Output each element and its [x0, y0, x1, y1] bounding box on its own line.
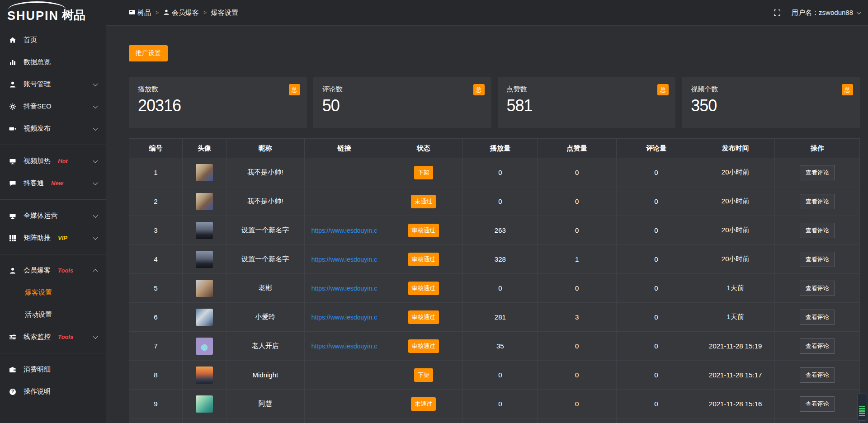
breadcrumb-label: 会员爆客	[172, 9, 199, 17]
sidebar-item-视频加热[interactable]: 视频加热Hot	[0, 150, 106, 172]
sidebar-menu: 首页数据总览账号管理抖音SEO视频发布视频加热Hot抖客通New全媒体运营矩阵助…	[0, 26, 106, 403]
column-header-发布时间: 发布时间	[696, 139, 775, 158]
home-icon	[9, 37, 17, 44]
sidebar-item-label: 消费明细	[24, 365, 51, 374]
sidebar-item-账号管理[interactable]: 账号管理	[0, 73, 106, 95]
floating-widget[interactable]	[857, 394, 867, 421]
menu-divider	[0, 145, 106, 145]
video-link[interactable]: https://www.iesdouyin.c	[311, 314, 377, 321]
view-comments-button[interactable]: 查看评论	[800, 194, 835, 209]
question-icon: ?	[9, 388, 17, 395]
sidebar-item-数据总览[interactable]: 数据总览	[0, 51, 106, 73]
view-comments-button[interactable]: 查看评论	[800, 165, 835, 180]
sidebar-item-全媒体运营[interactable]: 全媒体运营	[0, 205, 106, 227]
breadcrumb-item-树品[interactable]: 树品	[129, 9, 151, 17]
cell-nickname: 老彬	[226, 274, 304, 303]
widget-stripe	[859, 415, 865, 416]
cell-action	[775, 418, 860, 423]
sidebar-item-视频发布[interactable]: 视频发布	[0, 118, 106, 140]
view-comments-button[interactable]: 查看评论	[800, 338, 835, 354]
cell-avatar	[182, 303, 226, 332]
table-row: 6小爱玲https://www.iesdouyin.c审核通过281301天前查…	[129, 303, 860, 332]
cell-nickname: Midnight	[226, 361, 304, 390]
cell-likes: 0	[538, 361, 617, 390]
sidebar-item-tag: Hot	[58, 158, 68, 164]
sidebar-item-tag: Tools	[58, 267, 73, 274]
sidebar-item-tag: VIP	[58, 235, 67, 241]
column-header-昵称: 昵称	[226, 139, 304, 158]
cell-link	[304, 390, 384, 418]
view-comments-button[interactable]: 查看评论	[800, 252, 835, 267]
user-menu[interactable]: 用户名：zswodun88	[792, 9, 860, 17]
sidebar-subitem-活动设置[interactable]: 活动设置	[0, 304, 106, 326]
total-badge: 总	[473, 84, 485, 95]
sidebar-item-label: 全媒体运营	[24, 212, 57, 220]
sidebar-item-label: 线索监控	[24, 333, 51, 341]
cell-plays: 0	[463, 187, 538, 216]
breadcrumb-separator: >	[156, 9, 159, 16]
widget-stripe	[859, 413, 865, 414]
sidebar-item-会员爆客[interactable]: 会员爆客Tools	[0, 259, 106, 282]
sidebar-item-抖音SEO[interactable]: 抖音SEO	[0, 95, 106, 118]
chevron-down-icon	[93, 81, 98, 86]
chevron-down-icon	[93, 180, 98, 185]
sidebar-item-操作说明[interactable]: ?操作说明	[0, 381, 106, 403]
table-header-row: 编号头像昵称链接状态播放量点赞量评论量发布时间操作	[129, 139, 860, 158]
cell-time: 20小时前	[696, 158, 775, 187]
cell-action: 查看评论	[775, 361, 860, 390]
cell-plays: 35	[463, 332, 538, 361]
stat-cards: 播放数20316总评论数50总点赞数581总视频个数350总	[129, 77, 860, 128]
chevron-down-icon	[93, 235, 98, 240]
fullscreen-icon[interactable]	[774, 9, 781, 16]
sidebar-subitem-爆客设置[interactable]: 爆客设置	[0, 282, 106, 304]
view-comments-button[interactable]: 查看评论	[800, 310, 835, 325]
cell-nickname: 我不是小帅!	[226, 187, 304, 216]
view-comments-button[interactable]: 查看评论	[800, 396, 835, 412]
sidebar-item-label: 首页	[24, 36, 37, 44]
cell-likes: 0	[538, 158, 617, 187]
total-badge: 总	[842, 84, 853, 95]
cell-comments	[616, 418, 696, 423]
video-icon	[9, 125, 17, 132]
cell-time: 20小时前	[696, 245, 775, 274]
cell-comments: 0	[616, 303, 696, 332]
cell-comments: 0	[616, 390, 696, 418]
status-badge: 下架	[414, 368, 433, 382]
sidebar-item-消费明细[interactable]: 消费明细	[0, 358, 106, 381]
view-comments-button[interactable]: 查看评论	[800, 223, 835, 238]
chevron-down-icon	[857, 10, 861, 14]
table-row: 8Midnight下架0002021-11-28 15:17查看评论	[129, 361, 860, 390]
username-label: 用户名：zswodun88	[792, 9, 853, 17]
logo[interactable]: SHUPIN 树品	[0, 0, 106, 26]
sidebar-item-抖客通[interactable]: 抖客通New	[0, 172, 106, 194]
cell-link: https://www.iesdouyin.c	[304, 245, 384, 274]
cell-id: 6	[129, 303, 183, 332]
stat-card-点赞数: 点赞数581总	[498, 77, 676, 128]
sidebar-item-label: 矩阵助推	[24, 234, 51, 242]
person-icon	[163, 9, 170, 17]
stat-label: 播放数	[138, 85, 298, 94]
sidebar-item-矩阵助推[interactable]: 矩阵助推VIP	[0, 227, 106, 249]
column-header-评论量: 评论量	[616, 139, 696, 158]
status-badge: 下架	[414, 166, 433, 179]
breadcrumb-item-会员爆客[interactable]: 会员爆客	[163, 9, 199, 17]
cell-avatar	[182, 216, 226, 245]
promo-settings-button[interactable]: 推广设置	[129, 45, 168, 61]
stat-label: 点赞数	[507, 85, 667, 94]
cell-action: 查看评论	[775, 274, 860, 303]
video-link[interactable]: https://www.iesdouyin.c	[311, 343, 377, 350]
video-link[interactable]: https://www.iesdouyin.c	[311, 285, 377, 292]
cell-likes: 0	[538, 274, 617, 303]
cell-avatar	[182, 245, 226, 274]
widget-stripe	[859, 410, 865, 412]
view-comments-button[interactable]: 查看评论	[800, 367, 835, 383]
sidebar-item-线索监控[interactable]: 线索监控Tools	[0, 326, 106, 348]
chevron-down-icon	[93, 212, 98, 217]
video-link[interactable]: https://www.iesdouyin.c	[311, 256, 377, 263]
sidebar-item-首页[interactable]: 首页	[0, 29, 106, 51]
cell-nickname: 我不是小帅!	[226, 158, 304, 187]
video-link[interactable]: https://www.iesdouyin.c	[311, 227, 377, 234]
sidebar-item-label: 数据总览	[24, 58, 51, 66]
view-comments-button[interactable]: 查看评论	[800, 281, 835, 296]
column-header-头像: 头像	[182, 139, 226, 158]
